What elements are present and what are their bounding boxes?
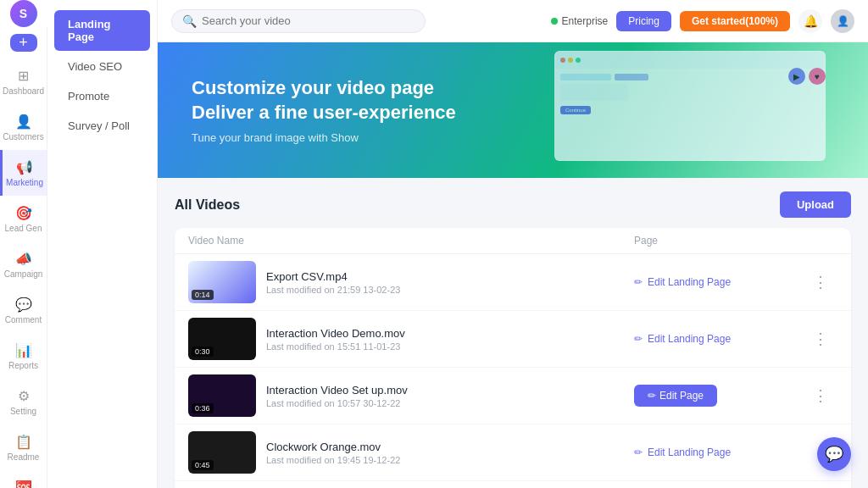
- video-date: Last modified on 19:45 19-12-22: [266, 455, 400, 465]
- enterprise-label: Enterprise: [562, 15, 609, 27]
- video-duration: 0:36: [192, 403, 214, 413]
- video-duration: 0:14: [192, 290, 214, 300]
- banner: Customize your video page Deliver a fine…: [158, 42, 868, 178]
- video-date: Last modified on 10:57 30-12-22: [266, 398, 408, 408]
- video-name: Interaction Video Set up.mov: [266, 384, 408, 396]
- notification-icon: 🔔: [804, 14, 818, 28]
- video-name: Interaction Video Demo.mov: [266, 327, 405, 340]
- get-started-button[interactable]: Get started(100%): [680, 11, 790, 31]
- search-icon: 🔍: [182, 14, 197, 28]
- edit-page-button[interactable]: ✏ Edit Page: [634, 385, 717, 407]
- chat-bubble[interactable]: 💬: [817, 437, 851, 471]
- mini-dot-green: [576, 58, 581, 63]
- video-duration: 0:30: [192, 347, 214, 357]
- table-row: 0:36 Interaction Video Set up.mov Last m…: [175, 368, 851, 424]
- videos-title: All Videos: [175, 197, 240, 213]
- banner-subtitle: Tune your brand image with Show: [192, 131, 456, 144]
- sidebar-item-customers[interactable]: 👤 Customers: [0, 104, 47, 150]
- sidebar-item-lead-gen[interactable]: 🎯 Lead Gen: [0, 196, 47, 241]
- sub-sidebar: Landing Page Video SEO Promote Survey / …: [47, 0, 158, 488]
- logo-area: S: [0, 0, 47, 27]
- mini-browser-content: Continue: [555, 69, 825, 123]
- video-thumbnail: 0:30: [188, 318, 256, 360]
- edit-landing-page-link[interactable]: ✏ Edit Landing Page: [634, 333, 804, 345]
- search-box: 🔍: [171, 9, 426, 33]
- sub-sidebar-item-landing-page[interactable]: Landing Page: [54, 10, 150, 51]
- videos-section: All Videos Upload Video Name Page 0:14: [158, 178, 868, 488]
- col-header-page: Page: [634, 235, 804, 247]
- video-date: Last modified on 21:59 13-02-23: [266, 285, 400, 295]
- reports-icon: 📊: [15, 341, 32, 358]
- icon-sidebar: S + ⊞ Dashboard 👤 Customers 📢 Marketing …: [0, 0, 47, 488]
- sidebar-item-readme[interactable]: 📋 Readme: [0, 424, 47, 470]
- video-thumbnail: 0:14: [188, 261, 256, 303]
- video-cell: 0:30 Interaction Video Demo.mov Last mod…: [188, 318, 634, 360]
- notification-button[interactable]: 🔔: [798, 9, 822, 33]
- add-button[interactable]: +: [10, 34, 37, 52]
- campaign-icon: 📣: [15, 250, 32, 267]
- enterprise-status-dot: [551, 18, 558, 25]
- sub-sidebar-item-survey-poll[interactable]: Survey / Poll: [54, 112, 150, 140]
- table-row: 0:45 Clockwork Orange.mov Last modified …: [175, 424, 851, 481]
- marketing-icon: 📢: [16, 158, 33, 175]
- video-cell: 0:45 Clockwork Orange.mov Last modified …: [188, 431, 634, 474]
- more-options-button[interactable]: ⋮: [804, 383, 837, 408]
- page-actions-cell: ✏ Edit Page: [634, 385, 804, 407]
- banner-visual: ▶ ♥: [554, 51, 851, 169]
- video-thumbnail: 0:45: [188, 431, 256, 474]
- dashboard-icon: ⊞: [15, 67, 32, 84]
- comment-icon: 💬: [15, 296, 32, 313]
- edit-page-label: Edit Landing Page: [648, 446, 731, 458]
- pencil-icon: ✏: [634, 333, 643, 345]
- pricing-button[interactable]: Pricing: [616, 11, 671, 31]
- setting-icon: ⚙: [15, 387, 32, 404]
- main-content: 🔍 Enterprise Pricing Get started(100%) 🔔…: [158, 0, 868, 488]
- sidebar-item-setting[interactable]: ⚙ Setting: [0, 379, 47, 424]
- banner-title: Customize your video page Deliver a fine…: [192, 76, 456, 125]
- video-thumbnail: 0:36: [188, 374, 256, 417]
- support-icon: 🆘: [15, 479, 32, 488]
- mini-dot-yellow: [568, 58, 573, 63]
- sidebar-item-comment[interactable]: 💬 Comment: [0, 287, 47, 333]
- readme-icon: 📋: [15, 433, 32, 450]
- sub-sidebar-item-video-seo[interactable]: Video SEO: [54, 53, 150, 80]
- banner-icon-2: ♥: [809, 68, 826, 85]
- sidebar-item-dashboard[interactable]: ⊞ Dashboard: [0, 58, 47, 104]
- pencil-icon: ✏: [648, 390, 656, 402]
- customers-icon: 👤: [15, 113, 32, 130]
- search-input[interactable]: [202, 14, 415, 27]
- mini-dot-red: [560, 58, 565, 63]
- sidebar-item-reports[interactable]: 📊 Reports: [0, 333, 47, 379]
- lead-gen-icon: 🎯: [15, 204, 32, 221]
- edit-landing-page-link[interactable]: ✏ Edit Landing Page: [634, 276, 804, 288]
- col-header-name: Video Name: [188, 235, 634, 247]
- more-options-button[interactable]: ⋮: [804, 326, 837, 352]
- more-options-button[interactable]: ⋮: [804, 269, 837, 295]
- videos-header: All Videos Upload: [175, 191, 851, 218]
- upload-button[interactable]: Upload: [780, 191, 851, 218]
- sidebar-item-marketing[interactable]: 📢 Marketing: [0, 150, 47, 196]
- banner-text: Customize your video page Deliver a fine…: [192, 76, 456, 144]
- videos-table: Video Name Page 0:14 Export CSV.mp4 Last…: [175, 228, 851, 488]
- banner-mini-browser: Continue: [554, 51, 826, 161]
- mini-browser-bar: [555, 52, 825, 69]
- app-logo: S: [10, 0, 37, 27]
- sub-sidebar-item-promote[interactable]: Promote: [54, 82, 150, 110]
- edit-landing-page-link[interactable]: ✏ Edit Landing Page: [634, 446, 804, 458]
- avatar[interactable]: 👤: [831, 9, 854, 33]
- mini-cta-button: Continue: [560, 106, 591, 114]
- video-info: Interaction Video Set up.mov Last modifi…: [266, 384, 408, 408]
- content-area: Customize your video page Deliver a fine…: [158, 42, 868, 488]
- top-bar: 🔍 Enterprise Pricing Get started(100%) 🔔…: [158, 0, 868, 42]
- banner-mini-icons: ▶ ♥: [788, 68, 826, 85]
- sidebar-item-support[interactable]: 🆘 Support: [0, 470, 47, 488]
- table-row: 0:30 Interaction Video Demo.mov Last mod…: [175, 311, 851, 368]
- video-name: Export CSV.mp4: [266, 270, 400, 283]
- video-cell: 0:36 Interaction Video Set up.mov Last m…: [188, 374, 634, 417]
- video-date: Last modified on 15:51 11-01-23: [266, 341, 405, 352]
- video-name: Clockwork Orange.mov: [266, 441, 400, 453]
- enterprise-badge: Enterprise: [551, 15, 609, 27]
- edit-page-label: Edit Landing Page: [648, 276, 731, 288]
- chat-icon: 💬: [825, 445, 843, 463]
- sidebar-item-campaign[interactable]: 📣 Campaign: [0, 241, 47, 287]
